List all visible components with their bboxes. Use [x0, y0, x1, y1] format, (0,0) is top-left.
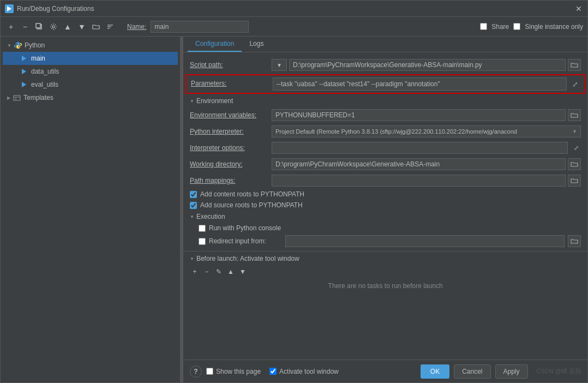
add-content-roots-checkbox[interactable] [190, 191, 197, 198]
before-launch-up-btn[interactable]: ▲ [226, 267, 236, 277]
tab-configuration[interactable]: Configuration [188, 37, 242, 52]
cancel-button[interactable]: Cancel [454, 364, 490, 379]
redirect-input-label: Redirect input from: [209, 237, 280, 245]
env-vars-input[interactable] [272, 109, 566, 121]
main-toolbar: + − ▲ ▼ Name: Share Single instance only [1, 17, 587, 37]
folder-button[interactable] [90, 21, 102, 33]
path-mappings-label: Path mappings: [190, 175, 272, 184]
before-launch-add-btn[interactable]: + [190, 267, 200, 277]
redirect-input-checkbox[interactable] [199, 238, 206, 245]
share-row: Share Single instance only [480, 23, 583, 31]
ok-button[interactable]: OK [421, 364, 449, 379]
python-group[interactable]: ▼ Python [3, 39, 178, 52]
before-launch-section: ▼ Before launch: Activate tool window + … [183, 251, 587, 294]
python-interpreter-dropdown[interactable]: Project Default (Remote Python 3.8.13 (s… [272, 125, 581, 137]
path-mappings-input[interactable] [272, 175, 566, 187]
svg-marker-10 [22, 69, 26, 74]
expand-parameters-btn[interactable]: ⤢ [570, 79, 580, 89]
script-path-control: ▼ [272, 59, 581, 71]
bottom-checkboxes: Show this page Activate tool window [206, 368, 416, 375]
dialog-buttons: OK Cancel Apply [421, 364, 528, 379]
script-path-row: Script path: ▼ [183, 57, 587, 73]
show-page-checkbox[interactable] [206, 368, 213, 375]
sidebar-item-eval-utils-label: eval_utils [31, 81, 58, 88]
single-instance-checkbox[interactable] [513, 23, 520, 30]
environment-section-header[interactable]: ▼ Environment [183, 95, 587, 107]
interpreter-options-label: Interpreter options: [190, 142, 272, 152]
settings-button[interactable] [47, 21, 59, 33]
working-dir-input[interactable] [272, 158, 566, 170]
parameters-input[interactable] [273, 77, 567, 91]
python-interpreter-label: Python interpreter: [190, 125, 272, 135]
python-group-icon [14, 41, 22, 50]
redirect-input-row: Redirect input from: [183, 234, 587, 249]
share-checkbox[interactable] [480, 23, 487, 30]
working-dir-control [272, 158, 581, 170]
activate-tool-window-checkbox[interactable] [269, 368, 277, 375]
svg-point-7 [16, 43, 17, 44]
sort-button[interactable] [104, 21, 116, 33]
interpreter-options-input[interactable] [272, 142, 568, 154]
remove-config-button[interactable]: − [19, 21, 31, 33]
script-path-input[interactable] [289, 59, 566, 71]
svg-rect-2 [36, 23, 40, 28]
sidebar-item-eval-utils[interactable]: eval_utils [3, 78, 178, 91]
before-launch-label: Before launch: Activate tool window [196, 255, 299, 262]
svg-marker-9 [22, 56, 26, 61]
add-source-roots-checkbox[interactable] [190, 202, 197, 209]
before-launch-arrow-icon: ▼ [190, 256, 194, 261]
main-config-icon [20, 54, 29, 63]
path-mappings-browse-btn[interactable] [568, 175, 581, 187]
path-mappings-row: Path mappings: [183, 172, 587, 189]
svg-marker-11 [22, 82, 26, 87]
arrow-up-button[interactable]: ▲ [62, 21, 74, 33]
bottom-bar: ? Show this page Activate tool window OK… [183, 360, 587, 382]
close-button[interactable]: ✕ [574, 4, 583, 13]
working-dir-browse-btn[interactable] [568, 158, 581, 170]
show-page-item: Show this page [206, 368, 261, 375]
window-title: Run/Debug Configurations [17, 5, 574, 13]
parameters-label: Parameters: [191, 77, 273, 87]
show-page-label: Show this page [216, 368, 261, 375]
svg-marker-0 [7, 6, 11, 11]
copy-config-button[interactable] [33, 21, 45, 33]
config-list: ▼ Python m [1, 37, 180, 106]
script-path-browse-btn[interactable] [568, 59, 581, 71]
add-source-roots-label: Add source roots to PYTHONPATH [200, 201, 303, 209]
interpreter-options-row: Interpreter options: ⤢ [183, 140, 587, 156]
tab-logs[interactable]: Logs [242, 37, 271, 52]
before-launch-down-btn[interactable]: ▼ [238, 267, 248, 277]
before-launch-empty-msg: There are no tasks to run before launch [183, 278, 587, 294]
redirect-input-field[interactable] [285, 235, 565, 247]
help-button[interactable]: ? [190, 366, 202, 378]
run-with-python-console-label: Run with Python console [209, 224, 281, 232]
python-group-arrow: ▼ [7, 43, 11, 48]
before-launch-remove-btn[interactable]: − [202, 267, 212, 277]
sidebar-item-main[interactable]: main [3, 52, 178, 65]
execution-arrow-icon: ▼ [190, 214, 194, 219]
svg-rect-12 [14, 95, 20, 100]
config-name-input[interactable] [151, 21, 249, 33]
templates-item[interactable]: ▶ Templates [3, 91, 178, 104]
sidebar-item-data-utils[interactable]: data_utils [3, 65, 178, 78]
python-interpreter-control: Project Default (Remote Python 3.8.13 (s… [272, 125, 581, 137]
environment-label: Environment [196, 97, 233, 105]
templates-label: Templates [23, 94, 53, 101]
env-vars-label: Environment variables: [190, 109, 272, 119]
sidebar-item-data-utils-label: data_utils [31, 68, 59, 75]
activate-tool-window-item: Activate tool window [269, 368, 339, 375]
templates-icon [13, 93, 21, 102]
add-config-button[interactable]: + [5, 21, 17, 33]
apply-button[interactable]: Apply [495, 364, 528, 379]
run-with-python-console-checkbox[interactable] [199, 225, 206, 232]
before-launch-edit-btn[interactable]: ✎ [214, 267, 224, 277]
arrow-down-button[interactable]: ▼ [76, 21, 88, 33]
execution-section-header[interactable]: ▼ Execution [183, 211, 587, 223]
parameters-control: ⤢ [273, 77, 580, 91]
add-content-roots-label: Add content roots to PYTHONPATH [200, 190, 304, 198]
script-type-dropdown[interactable]: ▼ [272, 59, 287, 71]
env-vars-browse-btn[interactable] [568, 109, 581, 121]
activate-tool-window-label: Activate tool window [279, 368, 339, 375]
redirect-input-browse-btn[interactable] [568, 235, 581, 247]
expand-interpreter-options-btn[interactable]: ⤢ [571, 143, 581, 153]
